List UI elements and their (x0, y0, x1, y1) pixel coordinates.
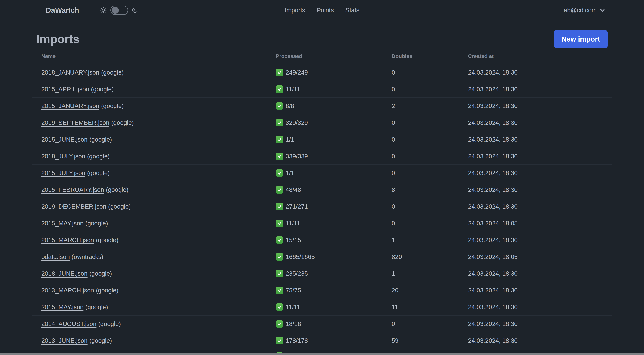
created-at-cell: 24.03.2024, 18:30 (458, 131, 612, 148)
import-file-link[interactable]: 2013_JUNE.json (41, 337, 88, 344)
processed-cell: 11/11 (266, 299, 382, 315)
import-source-label: (google) (91, 86, 114, 93)
check-icon (276, 69, 283, 76)
import-source-label: (google) (90, 337, 112, 344)
main-nav: Imports Points Stats (285, 0, 360, 20)
created-at-cell (458, 349, 612, 353)
check-icon (276, 236, 283, 244)
table-row: 2013_JUNE.json (google) 178/178 59 24.03… (32, 332, 612, 349)
import-file-link[interactable]: 2015_FEBRUARY.json (41, 186, 104, 193)
created-at-cell: 24.03.2024, 18:30 (458, 232, 612, 248)
import-source-label: (google) (101, 102, 124, 109)
doubles-cell: 1 (382, 265, 458, 282)
import-file-link[interactable]: 2014_AUGUST.json (41, 320, 96, 328)
check-icon (276, 220, 283, 227)
check-icon (276, 287, 283, 294)
check-icon (276, 169, 283, 177)
table-row: 2015_JANUARY.json (google) 8/8 2 24.03.2… (32, 98, 612, 114)
name-cell: 2018_JULY.json (google) (32, 148, 266, 164)
name-cell: odata.json (owntracks) (32, 249, 266, 265)
created-at-cell: 24.03.2024, 18:30 (458, 282, 612, 299)
processed-cell: 178/178 (266, 332, 382, 349)
nav-item-imports[interactable]: Imports (285, 7, 305, 14)
import-file-link[interactable]: 2015_MARCH.json (41, 237, 94, 244)
import-file-link[interactable]: 2015_MAY.json (41, 304, 84, 311)
name-cell: 2015_MARCH.json (google) (32, 232, 266, 248)
doubles-cell: 0 (382, 114, 458, 131)
new-import-button[interactable]: New import (554, 30, 608, 48)
doubles-cell: 0 (382, 64, 458, 81)
sun-icon (100, 7, 107, 14)
import-file-link[interactable]: 2015_JANUARY.json (41, 102, 99, 109)
imports-table: Name Processed Doubles Created at 2018_J… (32, 48, 612, 354)
import-file-link[interactable]: 2018_JULY.json (41, 153, 85, 160)
import-source-label: (google) (90, 136, 112, 143)
doubles-cell: 11 (382, 299, 458, 315)
table-row: 2018_JULY.json (google) 339/339 0 24.03.… (32, 148, 612, 165)
doubles-cell: 0 (382, 81, 458, 97)
processed-count: 339/339 (286, 153, 308, 160)
processed-count: 235/235 (286, 270, 308, 277)
import-file-link[interactable]: 2015_JUNE.json (41, 136, 88, 143)
name-cell: 2019_DECEMBER.json (google) (32, 198, 266, 215)
name-cell: 2015_APRIL.json (google) (32, 81, 266, 97)
import-file-link[interactable]: 2015_APRIL.json (41, 86, 89, 93)
import-file-link[interactable]: 2019_DECEMBER.json (41, 203, 106, 210)
created-at-cell: 24.03.2024, 18:30 (458, 148, 612, 164)
processed-cell: 11/11 (266, 81, 382, 97)
processed-count: 8/8 (286, 102, 294, 109)
nav-item-stats[interactable]: Stats (345, 7, 359, 14)
processed-count: 1/1 (286, 169, 294, 177)
theme-toggle-knob (112, 7, 119, 14)
processed-cell: 339/339 (266, 148, 382, 164)
name-cell: 2015_JULY.json (google) (32, 165, 266, 181)
column-header-doubles: Doubles (382, 48, 458, 64)
name-cell: 2019_SEPTEMBER.json (google) (32, 114, 266, 131)
processed-count: 271/271 (286, 203, 308, 210)
processed-count: 11/11 (286, 304, 300, 311)
import-file-link[interactable]: 2013_MARCH.json (41, 287, 94, 294)
import-source-label: (google) (96, 237, 118, 244)
import-file-link[interactable]: 2019_SEPTEMBER.json (41, 119, 110, 126)
column-header-name: Name (32, 48, 266, 64)
doubles-cell: 820 (382, 249, 458, 265)
import-source-label: (google) (96, 287, 118, 294)
processed-count: 1665/1665 (286, 253, 315, 260)
import-file-link[interactable]: 2015_MAY.json (41, 220, 84, 227)
nav-item-points[interactable]: Points (317, 7, 334, 14)
doubles-cell: 20 (382, 282, 458, 299)
doubles-cell: 0 (382, 148, 458, 164)
check-icon (276, 303, 283, 311)
name-cell: 2018_JANUARY.json (google) (32, 64, 266, 81)
import-file-link[interactable]: 2018_JANUARY.json (41, 69, 99, 76)
app-logo[interactable]: DaWarIch (46, 6, 79, 14)
processed-count: 11/11 (286, 86, 300, 93)
import-file-link[interactable]: 2015_JULY.json (41, 169, 85, 177)
created-at-cell: 24.03.2024, 18:30 (458, 181, 612, 198)
processed-cell: 1/1 (266, 131, 382, 148)
doubles-cell: 0 (382, 316, 458, 332)
account-menu[interactable]: ab@cd.com (564, 7, 605, 14)
app-window: DaWarIch Imports Points (0, 0, 644, 354)
import-file-link[interactable]: 2018_JUNE.json (41, 270, 88, 277)
processed-count: 249/249 (286, 69, 308, 76)
import-source-label: (google) (111, 119, 134, 126)
theme-toggle[interactable] (110, 5, 128, 15)
processed-cell: 15/15 (266, 232, 382, 248)
processed-count: 75/75 (286, 287, 301, 294)
doubles-cell: 2 (382, 98, 458, 114)
check-icon (276, 270, 283, 277)
check-icon (276, 203, 283, 210)
created-at-cell: 24.03.2024, 18:05 (458, 249, 612, 265)
check-icon (276, 337, 283, 345)
import-file-link[interactable]: odata.json (41, 253, 70, 260)
processed-count: 329/329 (286, 119, 308, 126)
created-at-cell: 24.03.2024, 18:30 (458, 64, 612, 81)
check-icon (276, 320, 283, 328)
table-body: 2018_JANUARY.json (google) 249/249 0 24.… (32, 64, 612, 354)
check-icon (276, 102, 283, 110)
processed-count: 18/18 (286, 320, 301, 328)
check-icon (276, 253, 283, 261)
import-source-label: (google) (98, 320, 121, 328)
processed-cell: 1/1 (266, 165, 382, 181)
